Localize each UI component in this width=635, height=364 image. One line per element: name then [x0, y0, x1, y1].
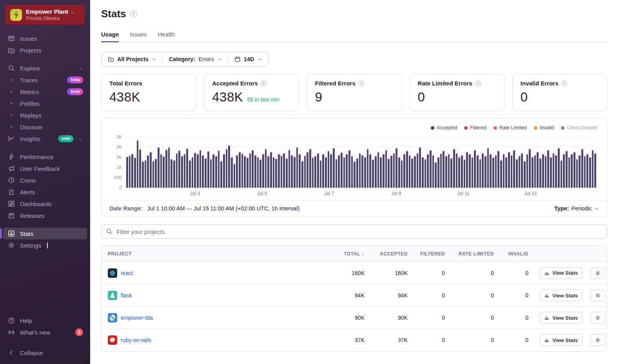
bar-accepted[interactable]	[573, 152, 575, 188]
help-icon[interactable]: ?	[358, 80, 364, 86]
bar-accepted[interactable]	[220, 161, 222, 188]
bar-accepted[interactable]	[492, 158, 494, 188]
help-icon[interactable]: ?	[561, 80, 567, 86]
bar-accepted[interactable]	[359, 153, 361, 188]
bar-accepted[interactable]	[369, 154, 371, 188]
bar-accepted[interactable]	[317, 153, 319, 188]
sidebar-item-dashboards[interactable]: Dashboards	[3, 198, 87, 210]
view-stats-button[interactable]: View Stats	[539, 290, 582, 301]
bar-accepted[interactable]	[265, 149, 267, 188]
project-filter-input[interactable]	[101, 225, 607, 239]
sidebar-item-alerts[interactable]: Alerts	[3, 186, 87, 198]
bar-accepted[interactable]	[571, 154, 573, 188]
bar-accepted[interactable]	[241, 154, 243, 188]
bar-accepted[interactable]	[545, 156, 547, 188]
sidebar-item-help[interactable]: Help	[3, 315, 87, 326]
bar-accepted[interactable]	[385, 150, 387, 188]
bar-accepted[interactable]	[398, 157, 400, 188]
bar-accepted[interactable]	[479, 159, 481, 188]
bar-accepted[interactable]	[312, 158, 314, 188]
project-link[interactable]: flask	[121, 292, 132, 299]
bar-accepted[interactable]	[267, 156, 269, 188]
bar-accepted[interactable]	[194, 153, 196, 188]
column-header-invalid[interactable]: INVALID	[495, 251, 530, 257]
bar-accepted[interactable]	[576, 159, 578, 188]
tab-health[interactable]: Health	[158, 31, 174, 42]
bar-accepted[interactable]	[202, 155, 204, 188]
bar-accepted[interactable]	[383, 154, 385, 188]
bar-accepted[interactable]	[145, 160, 147, 188]
bar-accepted[interactable]	[207, 151, 209, 188]
bar-accepted[interactable]	[262, 154, 264, 188]
bar-accepted[interactable]	[291, 155, 293, 188]
bar-accepted[interactable]	[422, 157, 424, 188]
sidebar-item-explore[interactable]: Explore	[3, 62, 87, 74]
bar-accepted[interactable]	[218, 150, 220, 188]
bar-accepted[interactable]	[254, 155, 256, 188]
org-switcher[interactable]: Empower Plant Priscila Oliveira	[5, 5, 85, 25]
bar-accepted[interactable]	[249, 153, 251, 188]
sidebar-item-crons[interactable]: Crons	[3, 174, 87, 186]
bar-accepted[interactable]	[529, 149, 531, 188]
view-stats-button[interactable]: View Stats	[539, 312, 582, 324]
bar-accepted[interactable]	[346, 154, 348, 188]
bar-accepted[interactable]	[453, 149, 455, 188]
bar-accepted[interactable]	[288, 150, 290, 188]
bar-accepted[interactable]	[508, 152, 510, 188]
sidebar-item-performance[interactable]: Performance	[3, 151, 87, 163]
bar-accepted[interactable]	[592, 150, 594, 188]
bar-accepted[interactable]	[414, 156, 416, 188]
bar-accepted[interactable]	[356, 158, 358, 188]
bar-accepted[interactable]	[338, 155, 340, 188]
bar-accepted[interactable]	[505, 157, 507, 188]
bar-accepted[interactable]	[469, 154, 471, 188]
bar-accepted[interactable]	[425, 159, 426, 188]
bar-accepted[interactable]	[466, 152, 468, 188]
bar-accepted[interactable]	[158, 147, 160, 188]
bar-accepted[interactable]	[390, 156, 392, 188]
sidebar-item-insights[interactable]: Insightsnew	[3, 133, 87, 145]
project-settings-button[interactable]	[590, 290, 605, 301]
bar-accepted[interactable]	[273, 157, 275, 188]
legend-item-client-discard[interactable]: Client Discard	[561, 125, 597, 130]
bar-accepted[interactable]	[547, 150, 549, 188]
bar-accepted[interactable]	[247, 158, 249, 188]
bar-accepted[interactable]	[435, 162, 437, 188]
bar-accepted[interactable]	[301, 161, 303, 188]
legend-item-rate-limited[interactable]: Rate Limited	[493, 125, 527, 130]
bar-accepted[interactable]	[134, 158, 136, 188]
bar-accepted[interactable]	[584, 156, 586, 188]
bar-accepted[interactable]	[375, 156, 377, 188]
bar-accepted[interactable]	[519, 156, 521, 188]
bar-accepted[interactable]	[244, 156, 246, 188]
bar-accepted[interactable]	[210, 159, 212, 188]
column-header-project[interactable]: PROJECT	[102, 251, 322, 257]
bar-accepted[interactable]	[181, 156, 183, 188]
bar-accepted[interactable]	[393, 153, 395, 188]
bar-accepted[interactable]	[490, 154, 492, 188]
bar-accepted[interactable]	[443, 151, 444, 188]
bar-accepted[interactable]	[445, 156, 447, 188]
bar-accepted[interactable]	[197, 154, 199, 188]
bar-accepted[interactable]	[581, 149, 583, 188]
bar-accepted[interactable]	[307, 152, 308, 188]
bar-accepted[interactable]	[513, 150, 515, 188]
bar-accepted[interactable]	[437, 157, 439, 188]
bar-accepted[interactable]	[137, 140, 139, 188]
bar-accepted[interactable]	[406, 151, 408, 188]
help-icon[interactable]: ?	[261, 80, 267, 86]
bar-accepted[interactable]	[330, 154, 332, 188]
sidebar-item-discover[interactable]: Discover	[3, 121, 87, 133]
bar-accepted[interactable]	[320, 160, 322, 188]
bar-accepted[interactable]	[411, 158, 413, 188]
bar-accepted[interactable]	[539, 158, 541, 188]
bar-accepted[interactable]	[524, 161, 526, 188]
bar-accepted[interactable]	[341, 152, 343, 188]
project-settings-button[interactable]	[590, 267, 605, 279]
bar-accepted[interactable]	[231, 157, 233, 188]
bar-accepted[interactable]	[542, 154, 544, 188]
bar-accepted[interactable]	[236, 155, 238, 188]
bar-accepted[interactable]	[487, 148, 489, 188]
bar-accepted[interactable]	[563, 154, 565, 188]
help-icon[interactable]: ?	[475, 80, 481, 86]
